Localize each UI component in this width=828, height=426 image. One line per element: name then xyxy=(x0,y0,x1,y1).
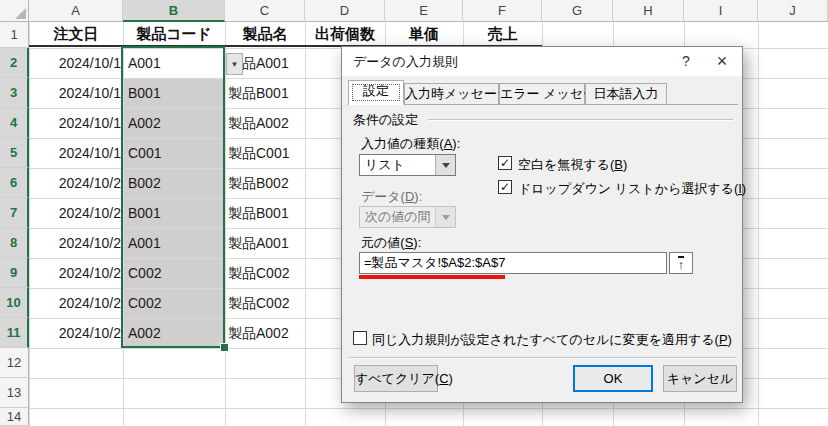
check-icon: ✓ xyxy=(500,156,510,170)
apply-all-label[interactable]: 同じ入力規則が設定されたすべてのセルに変更を適用する(P) xyxy=(372,331,732,349)
select-all-corner[interactable] xyxy=(0,0,29,22)
row-header-13[interactable]: 13 xyxy=(0,378,29,408)
help-icon[interactable]: ? xyxy=(670,47,702,76)
col-header-J[interactable]: J xyxy=(758,0,828,22)
combo-arrow-button[interactable] xyxy=(435,155,455,175)
row-header-1[interactable]: 1 xyxy=(0,22,29,48)
chevron-down-icon xyxy=(442,163,450,168)
header-product-name[interactable]: 製品名 xyxy=(225,22,305,46)
row-header-7[interactable]: 7 xyxy=(0,198,29,228)
row-header-11[interactable]: 11 xyxy=(0,318,29,348)
excel-window: A B C D E F G H I J 1 2 3 4 5 6 7 8 9 10… xyxy=(0,0,828,426)
dialog-titlebar[interactable]: データの入力規則 ? × xyxy=(342,47,742,76)
data-label: データ(D): xyxy=(361,188,422,206)
cell-A11[interactable]: 2024/10/2 xyxy=(29,318,122,348)
row-header-8[interactable]: 8 xyxy=(0,228,29,258)
clear-all-button[interactable]: すべてクリア(C) xyxy=(354,365,438,392)
cell-A6[interactable]: 2024/10/2 xyxy=(29,168,122,198)
ok-button[interactable]: OK xyxy=(573,365,653,392)
col-header-B[interactable]: B xyxy=(123,0,225,22)
cell-A10[interactable]: 2024/10/2 xyxy=(29,288,122,318)
ignore-blank-checkbox[interactable]: ✓ xyxy=(498,156,512,170)
dialog-title: データの入力規則 xyxy=(353,47,458,76)
tab-japanese-input[interactable]: 日本語入力 xyxy=(585,83,667,105)
header-sales[interactable]: 売上 xyxy=(463,22,542,46)
ignore-blank-label[interactable]: 空白を無視する(B) xyxy=(518,156,627,174)
allow-combobox[interactable]: リスト xyxy=(359,154,456,176)
header-product-code[interactable]: 製品コード xyxy=(123,22,225,46)
dropdown-arrow-icon: ▼ xyxy=(231,60,239,69)
validation-dropdown-button[interactable]: ▼ xyxy=(226,53,243,75)
collapse-range-icon: ↑ xyxy=(678,256,685,271)
footer-divider xyxy=(349,357,737,359)
row-header-5[interactable]: 5 xyxy=(0,138,29,168)
cell-A4[interactable]: 2024/10/1 xyxy=(29,108,122,138)
col-header-E[interactable]: E xyxy=(385,0,463,22)
focus-rect xyxy=(352,84,400,101)
select-all-icon xyxy=(15,8,26,19)
cell-A8[interactable]: 2024/10/2 xyxy=(29,228,122,258)
header-order-date[interactable]: 注文日 xyxy=(29,22,123,46)
cell-A3[interactable]: 2024/10/1 xyxy=(29,78,122,108)
operator-combobox-disabled: 次の値の間 xyxy=(359,206,456,228)
col-header-I[interactable]: I xyxy=(684,0,758,22)
row-header-6[interactable]: 6 xyxy=(0,168,29,198)
cell-A9[interactable]: 2024/10/2 xyxy=(29,258,122,288)
combo-arrow-button xyxy=(435,207,455,227)
col-header-C[interactable]: C xyxy=(225,0,305,22)
col-header-H[interactable]: H xyxy=(613,0,684,22)
allow-label: 入力値の種類(A): xyxy=(361,135,460,153)
apply-all-checkbox[interactable] xyxy=(353,331,367,345)
cancel-button[interactable]: キャンセル xyxy=(663,365,737,392)
row-header-2[interactable]: 2 xyxy=(0,48,29,78)
row-header-4[interactable]: 4 xyxy=(0,108,29,138)
group-divider xyxy=(428,119,733,121)
gridline xyxy=(29,408,828,409)
fill-handle[interactable] xyxy=(220,343,229,352)
row-header-12[interactable]: 12 xyxy=(0,348,29,378)
col-header-D[interactable]: D xyxy=(305,0,385,22)
cell-A2[interactable]: 2024/10/1 xyxy=(29,48,122,78)
cell-A7[interactable]: 2024/10/2 xyxy=(29,198,122,228)
col-header-G[interactable]: G xyxy=(542,0,613,22)
in-cell-dropdown-checkbox[interactable]: ✓ xyxy=(498,180,512,194)
check-icon: ✓ xyxy=(500,180,510,194)
source-label: 元の値(S): xyxy=(361,234,421,252)
row-header-3[interactable]: 3 xyxy=(0,78,29,108)
cell-A5[interactable]: 2024/10/1 xyxy=(29,138,122,168)
red-underline-annotation xyxy=(359,275,505,279)
header-ship-qty[interactable]: 出荷個数 xyxy=(305,22,385,46)
tab-input-message[interactable]: 入力時メッセージ xyxy=(404,83,499,105)
group-title: 条件の設定 xyxy=(353,111,418,129)
data-validation-dialog: データの入力規則 ? × 設定 入力時メッセージ エラー メッセージ 日本語入力… xyxy=(341,46,743,403)
collapse-dialog-button[interactable]: ↑ xyxy=(669,252,693,274)
row-header-10[interactable]: 10 xyxy=(0,288,29,318)
row-header-14[interactable]: 14 xyxy=(0,408,29,426)
chevron-down-icon xyxy=(442,215,450,220)
header-unit-price[interactable]: 単価 xyxy=(385,22,463,46)
source-input[interactable] xyxy=(359,252,667,274)
row-header-9[interactable]: 9 xyxy=(0,258,29,288)
col-header-F[interactable]: F xyxy=(463,0,542,22)
col-header-A[interactable]: A xyxy=(29,0,123,22)
tab-settings[interactable]: 設定 xyxy=(348,80,404,105)
selection-border xyxy=(121,46,225,348)
in-cell-dropdown-label[interactable]: ドロップダウン リストから選択する(I) xyxy=(518,180,746,198)
tab-error-message[interactable]: エラー メッセージ xyxy=(499,83,585,105)
close-icon[interactable]: × xyxy=(706,47,738,76)
